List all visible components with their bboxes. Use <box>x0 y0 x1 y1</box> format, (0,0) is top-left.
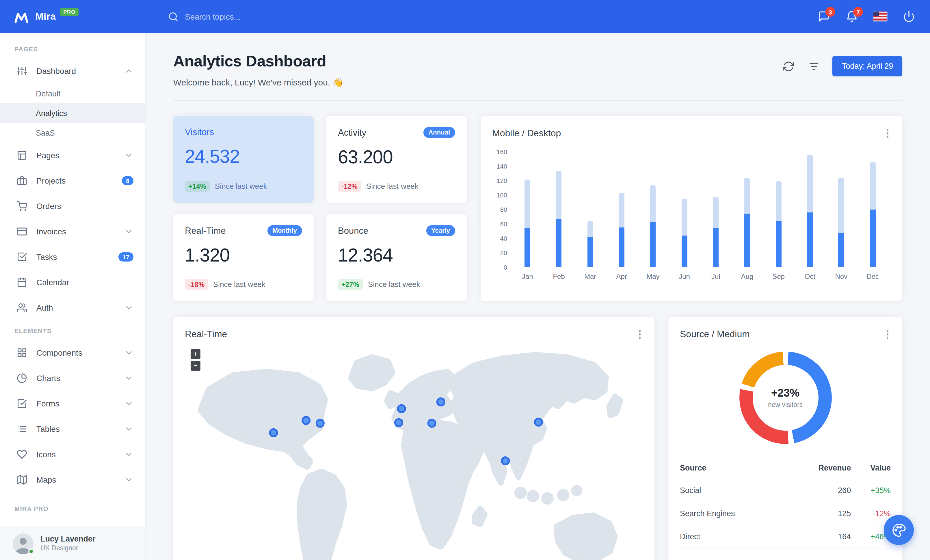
chevron-down-icon <box>124 424 134 434</box>
sidebar-item-label: Components <box>36 348 82 357</box>
bar-aug[interactable]: Aug <box>731 152 763 280</box>
brand[interactable]: Mira PRO <box>0 9 133 24</box>
page-title: Analytics Dashboard <box>173 52 343 71</box>
sidebar-subitem-default[interactable]: Default <box>0 84 145 103</box>
bar-dec[interactable]: Dec <box>857 152 888 280</box>
map-marker[interactable] <box>535 418 542 425</box>
map-marker[interactable] <box>502 457 509 464</box>
filter-button[interactable] <box>807 59 821 73</box>
stat-period-badge[interactable]: Annual <box>423 127 455 138</box>
y-tick-label: 60 <box>500 220 507 227</box>
stat-value: 24.532 <box>185 146 302 167</box>
cell-value: +35% <box>851 479 891 502</box>
sidebar-item-label: Invoices <box>36 227 66 236</box>
stat-card-activity: ActivityAnnual63.200-12%Since last week <box>326 116 467 203</box>
stat-delta: -18% <box>185 279 208 290</box>
realtime-map-card: Real-Time + − <box>173 317 654 560</box>
sidebar-user[interactable]: Lucy Lavender UX Designer <box>0 526 145 560</box>
notifications-button[interactable]: 7 <box>846 11 858 23</box>
user-name: Lucy Lavender <box>40 534 95 544</box>
stat-value: 12.364 <box>338 245 455 266</box>
stat-period-badge[interactable]: Yearly <box>426 225 455 236</box>
language-button[interactable] <box>873 12 887 21</box>
source-table-row[interactable]: Search Engines125-12% <box>680 502 891 525</box>
x-tick-label: Apr <box>616 272 627 280</box>
sidebar-item-maps[interactable]: Maps <box>0 467 145 492</box>
bar-jul[interactable]: Jul <box>700 152 731 280</box>
source-table-row[interactable]: Social260+35% <box>680 479 891 502</box>
header-divider <box>173 100 902 101</box>
col-source: Source <box>680 457 787 479</box>
shopping-cart-icon <box>17 201 27 211</box>
sign-out-button[interactable] <box>903 11 915 23</box>
sidebar-item-label: Icons <box>36 450 56 459</box>
bar-chart-plot: JanFebMarAprMayJunJulAugSepOctNovDec <box>512 152 888 280</box>
navbar-search[interactable] <box>168 11 323 21</box>
map-marker[interactable] <box>437 398 445 405</box>
chart-card-title: Mobile / Desktop <box>492 128 561 138</box>
sidebar-item-forms[interactable]: Forms <box>0 391 145 416</box>
source-menu-button[interactable] <box>884 327 891 341</box>
sidebar-item-charts[interactable]: Charts <box>0 365 145 391</box>
cell-revenue: 164 <box>787 525 851 548</box>
bar-apr[interactable]: Apr <box>606 152 637 280</box>
x-tick-label: Mar <box>584 272 596 280</box>
map-marker[interactable] <box>398 405 405 412</box>
theme-settings-button[interactable] <box>884 515 914 545</box>
search-input[interactable] <box>185 12 323 21</box>
sidebar-item-auth[interactable]: Auth <box>0 295 145 321</box>
bar-jan[interactable]: Jan <box>512 152 543 280</box>
bar-jun[interactable]: Jun <box>668 152 700 280</box>
map-marker[interactable] <box>302 417 309 424</box>
sidebar-item-components[interactable]: Components <box>0 340 145 365</box>
sidebar-item-tables[interactable]: Tables <box>0 416 145 442</box>
cell-revenue: 260 <box>787 479 851 502</box>
chevron-down-icon <box>124 475 134 484</box>
sidebar-section-header: MIRA PRO <box>0 492 145 518</box>
bar-sep[interactable]: Sep <box>763 152 794 280</box>
bar-feb[interactable]: Feb <box>543 152 575 280</box>
sidebar-subitem-analytics[interactable]: Analytics <box>0 103 145 123</box>
sidebar-item-dashboard[interactable]: Dashboard <box>0 58 145 84</box>
sidebar-item-projects[interactable]: Projects8 <box>0 168 145 193</box>
stat-title: Activity <box>338 127 366 138</box>
filter-icon <box>808 60 820 72</box>
sidebar-item-orders[interactable]: Orders <box>0 193 145 219</box>
source-medium-card: Source / Medium +23% new visitors Sourc <box>668 317 902 560</box>
search-icon <box>168 11 179 21</box>
messages-button[interactable]: 3 <box>818 11 830 23</box>
refresh-button[interactable] <box>782 59 796 73</box>
source-table-row[interactable]: Direct164+46% <box>680 525 891 548</box>
map-marker[interactable] <box>270 429 277 436</box>
bar-nov[interactable]: Nov <box>826 152 857 280</box>
x-tick-label: Sep <box>772 272 785 280</box>
sidebar-count-badge: 8 <box>122 176 134 186</box>
world-map-container: + − <box>173 341 654 560</box>
bar-oct[interactable]: Oct <box>794 152 826 280</box>
col-revenue: Revenue <box>787 457 851 479</box>
chart-menu-button[interactable] <box>884 126 891 140</box>
x-tick-label: Aug <box>741 272 753 280</box>
bar-may[interactable]: May <box>637 152 669 280</box>
sidebar-item-invoices[interactable]: Invoices <box>0 219 145 244</box>
layout-icon <box>17 150 27 161</box>
map-menu-button[interactable] <box>636 327 643 341</box>
sidebar-subitem-saas[interactable]: SaaS <box>0 123 145 143</box>
sidebar-item-pages[interactable]: Pages <box>0 143 145 168</box>
sidebar-item-icons[interactable]: Icons <box>0 442 145 467</box>
sidebar-item-calendar[interactable]: Calendar <box>0 270 145 295</box>
date-range-button[interactable]: Today: April 29 <box>833 56 902 76</box>
map-zoom-out-button[interactable]: − <box>191 361 200 370</box>
sidebar-item-tasks[interactable]: Tasks17 <box>0 244 145 270</box>
map-marker[interactable] <box>428 419 436 427</box>
map-zoom-in-button[interactable]: + <box>191 349 200 359</box>
stat-period-badge[interactable]: Monthly <box>268 225 302 236</box>
check-square-icon <box>17 252 27 262</box>
bar-mar[interactable]: Mar <box>574 152 606 280</box>
map-marker[interactable] <box>395 419 402 426</box>
sidebar-item-label: Auth <box>36 303 53 312</box>
stat-delta: +27% <box>338 279 363 290</box>
credit-card-icon <box>17 226 27 237</box>
world-map <box>184 345 644 560</box>
map-marker[interactable] <box>317 419 324 427</box>
